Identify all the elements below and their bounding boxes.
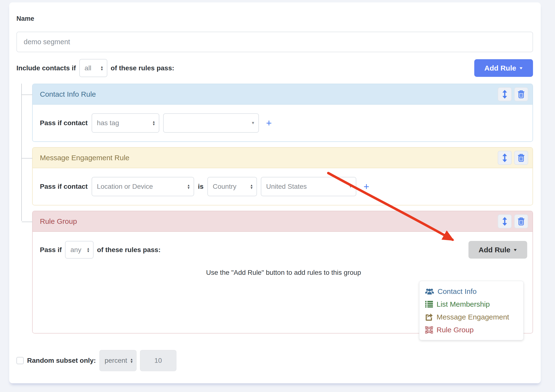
subset-unit-select[interactable]: percent ▲▼ [99, 350, 137, 371]
name-label: Name [16, 15, 533, 22]
move-rule-button[interactable] [498, 87, 512, 101]
group-empty-state-text: Use the "Add Rule" button to add rules t… [40, 269, 527, 276]
menu-item-contact-info[interactable]: Contact Info [425, 285, 518, 298]
delete-rule-button[interactable] [514, 214, 528, 228]
delete-rule-button[interactable] [514, 151, 528, 165]
move-vertical-icon [502, 153, 508, 162]
list-icon [425, 301, 433, 308]
message-engagement-rule-header: Message Engagement Rule [33, 148, 533, 168]
group-prefix-label: Pass if [40, 246, 62, 254]
group-match-row: Pass if any ▲▼ of these rules pass: Add … [40, 241, 527, 259]
engagement-field-select[interactable]: Location or Device ▲▼ [92, 177, 194, 196]
rule-row-label: Pass if contact [40, 183, 88, 190]
select-spinner-icon: ▲▼ [87, 247, 90, 253]
rule-row-label: Pass if contact [40, 119, 88, 127]
move-rule-button[interactable] [498, 151, 512, 165]
group-match-select[interactable]: any ▲▼ [65, 241, 94, 259]
group-match-value: any [70, 246, 81, 254]
rule-title: Contact Info Rule [40, 90, 495, 98]
rule-title: Rule Group [40, 217, 495, 225]
segment-editor-card: Name Include contacts if all ▲▼ of these… [9, 2, 541, 383]
dropdown-arrow-icon: ▼ [251, 121, 255, 125]
random-subset-label: Random subset only: [27, 357, 96, 364]
contact-operator-select[interactable]: has tag ▲▼ [92, 113, 159, 133]
trash-icon [518, 217, 525, 225]
add-rule-menu: Contact Info List Membership [419, 281, 524, 340]
menu-item-label: Message Engagement [437, 313, 509, 321]
match-type-value: all [85, 64, 91, 72]
random-subset-row: Random subset only: percent ▲▼ [16, 350, 533, 371]
match-type-select[interactable]: all ▲▼ [79, 59, 107, 77]
add-condition-button[interactable]: + [266, 118, 272, 128]
caret-down-icon: ▼ [513, 248, 518, 252]
include-prefix-label: Include contacts if [16, 64, 76, 72]
dropdown-arrow-icon: ▼ [349, 184, 352, 189]
message-engagement-rule-body: Pass if contact Location or Device ▲▼ is… [33, 168, 533, 205]
caret-down-icon: ▼ [519, 66, 523, 70]
tree-connector-line [21, 84, 22, 221]
connector-label: is [198, 183, 204, 190]
subset-unit-value: percent [105, 357, 127, 364]
rule-panel-rule-group: Rule Group Pass if [32, 211, 533, 334]
engagement-subfield-select[interactable]: Country ▲▼ [207, 177, 257, 196]
menu-item-rule-group[interactable]: Rule Group [425, 323, 518, 336]
move-rule-button[interactable] [498, 214, 512, 228]
engagement-value-select[interactable]: United States ▼ [261, 177, 356, 196]
select-spinner-icon: ▲▼ [187, 184, 190, 189]
group-add-rule-button[interactable]: Add Rule ▼ [468, 241, 527, 259]
trash-icon [518, 90, 525, 98]
rule-panel-contact-info: Contact Info Rule Pass if contact [32, 84, 533, 142]
rule-group-header: Rule Group [33, 211, 533, 232]
menu-item-label: Rule Group [437, 326, 474, 334]
select-spinner-icon: ▲▼ [152, 120, 155, 126]
contact-info-rule-body: Pass if contact has tag ▲▼ ▼ + [33, 105, 533, 141]
rule-panel-message-engagement: Message Engagement Rule Pass if c [32, 147, 533, 205]
rule-group-body: Pass if any ▲▼ of these rules pass: Add … [33, 232, 533, 333]
include-row: Include contacts if all ▲▼ of these rule… [16, 59, 533, 77]
select-spinner-icon: ▲▼ [100, 65, 103, 71]
subfield-value: Country [213, 183, 236, 190]
include-suffix-label: of these rules pass: [111, 64, 174, 72]
move-vertical-icon [502, 217, 508, 226]
delete-rule-button[interactable] [514, 87, 528, 101]
segment-name-input[interactable] [16, 32, 533, 52]
add-rule-button[interactable]: Add Rule ▼ [474, 59, 533, 77]
trash-icon [518, 154, 525, 162]
operator-value: has tag [97, 119, 119, 127]
add-condition-button[interactable]: + [364, 182, 369, 191]
menu-item-label: List Membership [437, 300, 490, 308]
share-icon [425, 313, 433, 321]
object-group-icon [425, 326, 433, 334]
tag-value-select[interactable]: ▼ [163, 113, 259, 133]
subset-amount-input[interactable] [140, 350, 176, 371]
random-subset-checkbox[interactable] [16, 357, 24, 364]
move-vertical-icon [502, 90, 508, 99]
contact-info-rule-header: Contact Info Rule [33, 84, 533, 105]
rules-tree: Contact Info Rule Pass if contact [32, 84, 533, 334]
field-value: Location or Device [97, 183, 153, 190]
menu-item-list-membership[interactable]: List Membership [425, 298, 518, 311]
rule-title: Message Engagement Rule [40, 154, 495, 162]
country-value: United States [266, 183, 307, 190]
menu-item-message-engagement[interactable]: Message Engagement [425, 311, 518, 323]
group-suffix-label: of these rules pass: [97, 246, 161, 254]
select-spinner-icon: ▲▼ [250, 184, 253, 189]
menu-item-label: Contact Info [438, 287, 477, 296]
select-spinner-icon: ▲▼ [130, 358, 133, 363]
users-icon [425, 288, 434, 295]
